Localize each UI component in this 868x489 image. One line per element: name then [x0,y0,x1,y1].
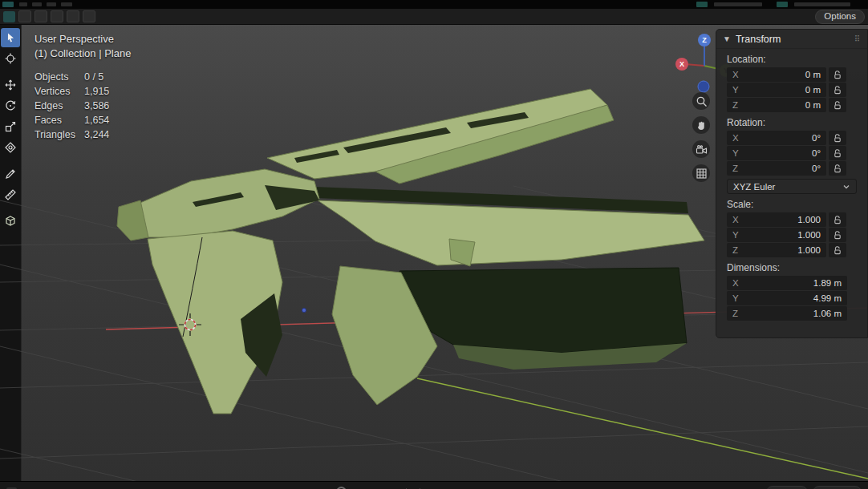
dimensions-z-field[interactable]: Z 1.06 m [727,306,847,321]
scale-x-lock-button[interactable] [829,212,846,227]
scale-y-field[interactable]: Y 1.000 [727,228,826,242]
marker-menu[interactable]: Marker [150,486,184,489]
rotation-y-field[interactable]: Y 0° [727,146,826,160]
rotation-x-field[interactable]: X 0° [727,131,826,145]
playback-menu[interactable]: Playback [25,486,67,489]
field-value: 0 m [805,70,821,79]
unlock-icon [833,148,842,158]
axis-label: X [732,70,739,79]
next-keyframe-button[interactable] [435,486,449,489]
axis-label: Z [732,245,738,255]
gizmo-z-negative-handle[interactable] [698,81,709,92]
panel-grip-icon[interactable]: ⠿ [854,34,861,43]
chevron-down-icon [842,183,850,191]
y-axis-line [417,378,868,479]
unlock-icon [833,133,842,143]
play-reverse-button[interactable] [396,486,411,489]
panel-title: Transform [736,34,781,45]
scene-statistics: Objects0 / 5 Vertices1,915 Edges3,586 Fa… [34,70,131,142]
location-section-label: Location: [727,54,867,65]
field-value: 1.000 [797,245,821,255]
unlock-icon [833,85,842,95]
rotation-z-field[interactable]: Z 0° [727,161,826,176]
rotation-z-lock-button[interactable] [829,161,846,176]
location-x-lock-button[interactable] [829,67,846,82]
prev-keyframe-button[interactable] [377,486,391,489]
field-value: 1.06 m [813,309,842,318]
scale-z-field[interactable]: Z 1.000 [727,243,826,257]
stat-label: Vertices [34,84,84,99]
keying-menu[interactable]: Keying [75,486,109,489]
frame-range-fields: Start 1 End 250 [766,486,862,489]
field-value: 0° [812,148,821,158]
location-y-lock-button[interactable] [829,83,846,97]
timeline-bar: Playback Keying View Marker Start 1 End … [0,481,868,489]
location-z-lock-button[interactable] [829,98,846,112]
scale-section-label: Scale: [727,199,867,210]
stat-value: 3,244 [84,127,109,142]
scale-x-field[interactable]: X 1.000 [727,212,826,227]
pan-button[interactable] [692,116,710,134]
end-frame-field[interactable]: End 250 [813,486,862,489]
collection-context-label: (1) Collection | Plane [34,46,131,61]
stat-label: Faces [34,113,84,127]
zoom-button[interactable] [692,92,710,110]
rotation-mode-value: XYZ Euler [733,182,775,192]
axis-label: X [732,215,739,224]
field-value: 0° [812,164,821,173]
axis-label: Z [732,100,738,110]
stat-label: Edges [34,99,84,113]
blender-window: Options [0,0,868,489]
rotation-x-lock-button[interactable] [829,131,846,145]
stat-label: Triangles [34,127,84,142]
rotation-section-label: Rotation: [727,117,867,128]
camera-view-button[interactable] [692,140,710,158]
location-x-field[interactable]: X 0 m [727,67,826,82]
magnifier-icon [696,95,708,107]
field-value: 1.000 [797,230,821,240]
gizmo-z-label: Z [702,36,707,44]
collapse-chevron-icon: ▼ [723,34,731,43]
stat-value: 3,586 [84,99,109,113]
object-origin-dot[interactable] [302,308,306,312]
start-frame-field[interactable]: Start 1 [766,486,808,489]
axis-label: Y [732,230,739,240]
transform-panel-header[interactable]: ▼ Transform ⠿ [716,30,867,49]
unlock-icon [833,215,842,224]
axis-label: Y [732,293,739,303]
unlock-icon [833,100,842,110]
hand-icon [696,119,708,131]
orthographic-toggle-button[interactable] [692,164,710,182]
dimensions-section-label: Dimensions: [727,262,867,273]
jump-to-end-button[interactable] [454,486,468,489]
field-value: 0 m [805,85,821,95]
field-value: 0 m [805,100,821,110]
field-value: 1.89 m [813,278,842,288]
field-value: 4.99 m [813,293,842,303]
location-z-field[interactable]: Z 0 m [727,98,826,112]
camera-icon [696,143,708,156]
view-menu[interactable]: View [116,486,142,489]
axis-label: X [732,278,739,288]
gizmo-x-label: X [679,60,684,68]
rotation-y-lock-button[interactable] [829,146,846,160]
axis-label: Z [732,164,738,173]
transport-controls [336,486,468,489]
unlock-icon [833,245,842,255]
jump-to-start-button[interactable] [358,486,372,489]
location-y-field[interactable]: Y 0 m [727,83,826,97]
scale-z-lock-button[interactable] [829,243,846,257]
play-button[interactable] [416,486,430,489]
rotation-mode-dropdown[interactable]: XYZ Euler [727,179,857,194]
view-perspective-label: User Perspective [34,32,131,46]
axis-label: Y [732,148,739,158]
dimensions-y-field[interactable]: Y 4.99 m [727,291,847,305]
car-model[interactable] [117,89,704,414]
stat-value: 1,654 [84,113,109,127]
grid-icon [696,168,708,180]
dimensions-x-field[interactable]: X 1.89 m [727,276,847,290]
viewport-overlay-text: User Perspective (1) Collection | Plane … [34,32,131,142]
unlock-icon [833,230,842,240]
axis-label: Y [732,85,739,95]
scale-y-lock-button[interactable] [829,228,846,242]
